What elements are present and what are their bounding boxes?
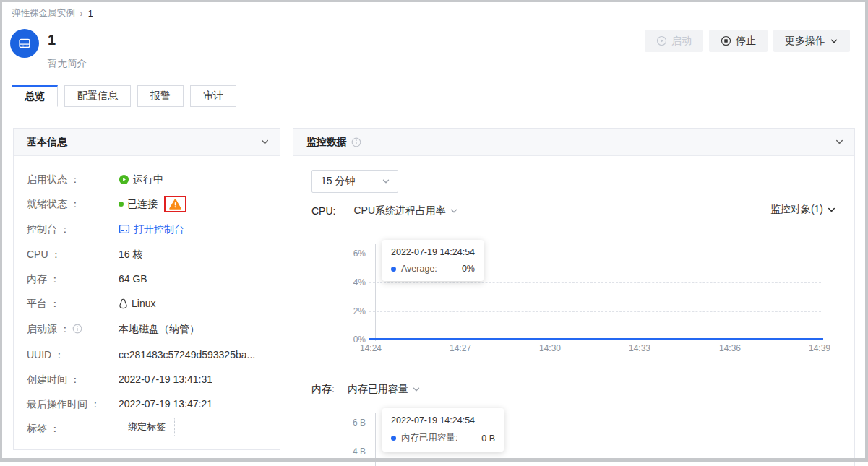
running-status-icon [119, 174, 129, 185]
cpu-hover-pointer-line [375, 244, 376, 341]
field-row-power-state: 启用状态 ： 运行中 [27, 172, 163, 186]
field-row-created-time: 创建时间 ： 2022-07-19 13:41:31 [27, 372, 212, 387]
field-row-memory: 内存 ： 64 GB [27, 272, 147, 286]
monitor-target-select[interactable]: 监控对象(1) [770, 203, 836, 216]
tab-alarm[interactable]: 报警 [137, 85, 184, 107]
memory-ytick: 4 B [343, 446, 366, 457]
field-row-uuid: UUID ： ce281483c57249d593325ba... [27, 348, 255, 362]
cpu-metric-select[interactable]: CPU系统进程占用率 [353, 204, 458, 217]
memory-metric-row: 内存: 内存已用容量 [311, 381, 421, 397]
open-console-link[interactable]: 打开控制台 [134, 222, 184, 236]
server-icon [17, 35, 33, 51]
breadcrumb: 弹性裸金属实例 › 1 [12, 7, 93, 20]
bind-tag-button[interactable]: 绑定标签 [119, 418, 175, 436]
cpu-ytick: 4% [343, 277, 366, 288]
tab-audit[interactable]: 审计 [190, 85, 236, 107]
chevron-down-icon [827, 205, 836, 215]
instance-detail-page: 弹性裸金属实例 › 1 1 暂无简介 启动 停止 更多操作 [0, 0, 868, 466]
breadcrumb-current: 1 [88, 9, 93, 19]
field-row-last-op-time: 最后操作时间 ： 2022-07-19 13:47:21 [27, 397, 212, 411]
memory-ytick: 6 B [343, 418, 366, 428]
cpu-xtick: 14:27 [450, 343, 471, 353]
cpu-xtick: 14:36 [719, 343, 741, 353]
instance-avatar [10, 29, 39, 58]
info-circle-icon[interactable] [72, 324, 82, 334]
series-dot-icon [391, 436, 396, 441]
cpu-metric-row: CPU: CPU系统进程占用率 [311, 203, 458, 219]
memory-chart-tooltip: 2022-07-19 14:24:54 内存已用容量: 0 B [382, 408, 504, 452]
action-bar: 启动 停止 更多操作 [645, 30, 850, 52]
stop-button[interactable]: 停止 [709, 30, 768, 52]
more-actions-button[interactable]: 更多操作 [773, 30, 850, 52]
info-circle-icon[interactable] [351, 137, 361, 147]
warning-highlight-box [164, 196, 186, 212]
cpu-xtick: 14:24 [360, 343, 382, 353]
cpu-gridline [369, 311, 821, 312]
page-title: 1 [48, 32, 56, 48]
field-row-ready-state: 就绪状态 ： 已连接 [27, 197, 186, 211]
monitoring-header: 监控数据 [293, 129, 854, 156]
breadcrumb-root-link[interactable]: 弹性裸金属实例 [12, 7, 75, 20]
warning-triangle-icon[interactable] [169, 199, 181, 210]
tab-bar: 总览 配置信息 报警 审计 [12, 85, 236, 107]
field-row-platform: 平台 ： Linux [27, 296, 155, 311]
memory-gridline [369, 452, 821, 452]
period-select[interactable]: 15 分钟 [311, 170, 398, 193]
series-dot-icon [391, 267, 396, 272]
cpu-ytick: 2% [343, 306, 366, 316]
chevron-down-icon [382, 177, 390, 186]
basic-info-panel: 基本信息 启用状态 ： 运行中 就绪状态 ： 已连接 [13, 128, 280, 450]
connected-dot-icon [119, 202, 124, 207]
monitoring-panel: 监控数据 15 分钟 CPU: CPU系统进程占用率 监控对象(1) [293, 128, 855, 466]
field-row-cpu: CPU ： 16 核 [27, 247, 142, 262]
play-circle-icon [656, 35, 667, 46]
field-row-tags: 标签 ： 绑定标签 [27, 420, 175, 434]
tab-config[interactable]: 配置信息 [64, 85, 131, 107]
cpu-xtick: 14:30 [539, 343, 561, 353]
cpu-xtick: 14:33 [629, 343, 650, 353]
chevron-down-icon [412, 385, 421, 394]
page-subtitle: 暂无简介 [48, 57, 87, 70]
cpu-xtick: 14:39 [809, 343, 830, 353]
basic-info-header: 基本信息 [14, 129, 280, 156]
cpu-gridline [369, 282, 821, 283]
breadcrumb-separator: › [80, 9, 83, 19]
memory-metric-select[interactable]: 内存已用容量 [348, 383, 421, 396]
cpu-chart-tooltip: 2022-07-19 14:24:54 Average: 0% [382, 240, 484, 281]
collapse-chevron-icon[interactable] [835, 137, 844, 149]
collapse-chevron-icon[interactable] [260, 137, 270, 149]
chevron-down-icon [830, 37, 838, 46]
field-row-console: 控制台 ： 打开控制台 [27, 222, 184, 236]
cpu-series-line [369, 338, 823, 340]
linux-icon [119, 298, 128, 309]
tab-overview[interactable]: 总览 [12, 85, 58, 107]
console-icon [119, 223, 130, 235]
memory-hover-pointer-line [375, 413, 376, 466]
cpu-ytick: 6% [343, 249, 366, 259]
field-row-boot-source: 启动源 ： 本地磁盘（纳管） [27, 322, 199, 336]
start-button[interactable]: 启动 [645, 30, 703, 52]
stop-circle-icon [721, 35, 731, 46]
chevron-down-icon [450, 207, 458, 215]
